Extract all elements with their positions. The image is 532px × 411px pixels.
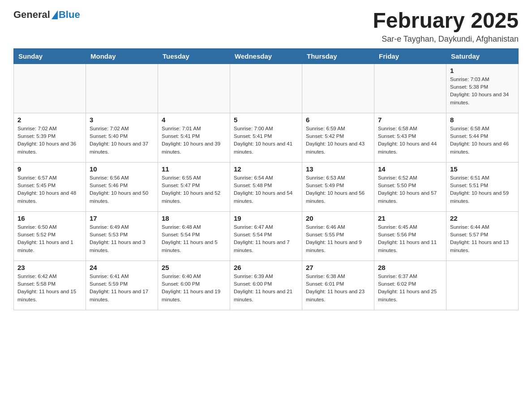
logo-general-text: General [13, 9, 50, 21]
calendar-cell: 23Sunrise: 6:42 AMSunset: 5:58 PMDayligh… [14, 261, 86, 310]
calendar-cell [158, 64, 230, 113]
column-header-tuesday: Tuesday [158, 48, 230, 64]
day-info: Sunrise: 6:58 AMSunset: 5:44 PMDaylight:… [450, 125, 515, 156]
title-block: February 2025 Sar-e Tayghan, Daykundi, A… [373, 9, 519, 44]
calendar-cell: 17Sunrise: 6:49 AMSunset: 5:53 PMDayligh… [86, 211, 158, 261]
calendar-cell: 28Sunrise: 6:37 AMSunset: 6:02 PMDayligh… [374, 261, 446, 310]
day-number: 21 [378, 214, 442, 222]
calendar-cell: 13Sunrise: 6:53 AMSunset: 5:49 PMDayligh… [302, 162, 374, 211]
day-number: 18 [162, 214, 226, 222]
calendar-cell: 15Sunrise: 6:51 AMSunset: 5:51 PMDayligh… [446, 162, 519, 211]
day-info: Sunrise: 6:45 AMSunset: 5:56 PMDaylight:… [378, 223, 442, 254]
day-info: Sunrise: 7:00 AMSunset: 5:41 PMDaylight:… [234, 125, 298, 156]
day-info: Sunrise: 6:59 AMSunset: 5:42 PMDaylight:… [306, 125, 370, 156]
day-number: 15 [450, 165, 515, 173]
calendar-cell [14, 64, 86, 113]
week-row-3: 9Sunrise: 6:57 AMSunset: 5:45 PMDaylight… [14, 162, 519, 211]
day-number: 4 [162, 116, 226, 124]
day-number: 25 [162, 264, 226, 271]
calendar-cell: 6Sunrise: 6:59 AMSunset: 5:42 PMDaylight… [302, 113, 374, 162]
column-header-friday: Friday [374, 48, 446, 64]
day-number: 17 [90, 214, 154, 222]
day-info: Sunrise: 7:03 AMSunset: 5:38 PMDaylight:… [450, 76, 515, 107]
day-info: Sunrise: 6:57 AMSunset: 5:45 PMDaylight:… [17, 174, 82, 205]
calendar-cell: 25Sunrise: 6:40 AMSunset: 6:00 PMDayligh… [158, 261, 230, 310]
day-number: 20 [306, 214, 370, 222]
calendar-cell [374, 64, 446, 113]
day-number: 16 [17, 214, 82, 222]
day-info: Sunrise: 6:41 AMSunset: 5:59 PMDaylight:… [90, 273, 154, 304]
day-info: Sunrise: 6:37 AMSunset: 6:02 PMDaylight:… [378, 273, 442, 304]
calendar-cell: 3Sunrise: 7:02 AMSunset: 5:40 PMDaylight… [86, 113, 158, 162]
day-number: 9 [17, 165, 82, 173]
calendar-cell: 27Sunrise: 6:38 AMSunset: 6:01 PMDayligh… [302, 261, 374, 310]
logo: General Blue [13, 9, 80, 21]
day-info: Sunrise: 7:01 AMSunset: 5:41 PMDaylight:… [162, 125, 226, 156]
calendar-cell: 19Sunrise: 6:47 AMSunset: 5:54 PMDayligh… [230, 211, 302, 261]
day-info: Sunrise: 6:56 AMSunset: 5:46 PMDaylight:… [90, 174, 154, 205]
logo-blue-text: Blue [59, 9, 80, 21]
day-number: 10 [90, 165, 154, 173]
day-info: Sunrise: 7:02 AMSunset: 5:40 PMDaylight:… [90, 125, 154, 156]
day-number: 19 [234, 214, 298, 222]
day-info: Sunrise: 7:02 AMSunset: 5:39 PMDaylight:… [17, 125, 82, 156]
day-number: 8 [450, 116, 515, 124]
day-info: Sunrise: 6:39 AMSunset: 6:00 PMDaylight:… [234, 273, 298, 304]
calendar-cell: 9Sunrise: 6:57 AMSunset: 5:45 PMDaylight… [14, 162, 86, 211]
day-info: Sunrise: 6:48 AMSunset: 5:54 PMDaylight:… [162, 223, 226, 254]
week-row-4: 16Sunrise: 6:50 AMSunset: 5:52 PMDayligh… [14, 211, 519, 261]
calendar-header-row: SundayMondayTuesdayWednesdayThursdayFrid… [14, 48, 519, 64]
calendar-cell: 8Sunrise: 6:58 AMSunset: 5:44 PMDaylight… [446, 113, 519, 162]
calendar-cell: 5Sunrise: 7:00 AMSunset: 5:41 PMDaylight… [230, 113, 302, 162]
calendar-cell: 4Sunrise: 7:01 AMSunset: 5:41 PMDaylight… [158, 113, 230, 162]
day-number: 13 [306, 165, 370, 173]
calendar-cell: 18Sunrise: 6:48 AMSunset: 5:54 PMDayligh… [158, 211, 230, 261]
day-info: Sunrise: 6:49 AMSunset: 5:53 PMDaylight:… [90, 223, 154, 254]
day-info: Sunrise: 6:55 AMSunset: 5:47 PMDaylight:… [162, 174, 226, 205]
day-number: 6 [306, 116, 370, 124]
calendar-cell: 22Sunrise: 6:44 AMSunset: 5:57 PMDayligh… [446, 211, 519, 261]
calendar-cell: 14Sunrise: 6:52 AMSunset: 5:50 PMDayligh… [374, 162, 446, 211]
calendar-cell [230, 64, 302, 113]
day-number: 5 [234, 116, 298, 124]
calendar-cell: 1Sunrise: 7:03 AMSunset: 5:38 PMDaylight… [446, 64, 519, 113]
week-row-1: 1Sunrise: 7:03 AMSunset: 5:38 PMDaylight… [14, 64, 519, 113]
day-number: 1 [450, 67, 515, 74]
calendar-cell: 24Sunrise: 6:41 AMSunset: 5:59 PMDayligh… [86, 261, 158, 310]
calendar-cell: 12Sunrise: 6:54 AMSunset: 5:48 PMDayligh… [230, 162, 302, 211]
calendar-cell [446, 261, 519, 310]
calendar-subtitle: Sar-e Tayghan, Daykundi, Afghanistan [373, 34, 519, 44]
calendar-cell: 26Sunrise: 6:39 AMSunset: 6:00 PMDayligh… [230, 261, 302, 310]
calendar-cell: 21Sunrise: 6:45 AMSunset: 5:56 PMDayligh… [374, 211, 446, 261]
calendar-cell [302, 64, 374, 113]
logo-triangle-icon [51, 10, 58, 19]
day-info: Sunrise: 6:40 AMSunset: 6:00 PMDaylight:… [162, 273, 226, 304]
day-number: 23 [17, 264, 82, 271]
day-info: Sunrise: 6:53 AMSunset: 5:49 PMDaylight:… [306, 174, 370, 205]
column-header-thursday: Thursday [302, 48, 374, 64]
day-info: Sunrise: 6:58 AMSunset: 5:43 PMDaylight:… [378, 125, 442, 156]
day-number: 24 [90, 264, 154, 271]
day-info: Sunrise: 6:51 AMSunset: 5:51 PMDaylight:… [450, 174, 515, 205]
calendar-cell: 7Sunrise: 6:58 AMSunset: 5:43 PMDaylight… [374, 113, 446, 162]
day-number: 2 [17, 116, 82, 124]
day-number: 28 [378, 264, 442, 271]
day-info: Sunrise: 6:52 AMSunset: 5:50 PMDaylight:… [378, 174, 442, 205]
column-header-wednesday: Wednesday [230, 48, 302, 64]
day-number: 7 [378, 116, 442, 124]
calendar-cell: 20Sunrise: 6:46 AMSunset: 5:55 PMDayligh… [302, 211, 374, 261]
day-number: 11 [162, 165, 226, 173]
day-number: 14 [378, 165, 442, 173]
page-header: General Blue February 2025 Sar-e Tayghan… [13, 9, 519, 44]
column-header-monday: Monday [86, 48, 158, 64]
calendar-cell: 2Sunrise: 7:02 AMSunset: 5:39 PMDaylight… [14, 113, 86, 162]
day-number: 3 [90, 116, 154, 124]
day-info: Sunrise: 6:44 AMSunset: 5:57 PMDaylight:… [450, 223, 515, 254]
day-number: 26 [234, 264, 298, 271]
day-number: 12 [234, 165, 298, 173]
calendar-cell [86, 64, 158, 113]
day-info: Sunrise: 6:50 AMSunset: 5:52 PMDaylight:… [17, 223, 82, 254]
column-header-sunday: Sunday [14, 48, 86, 64]
calendar-cell: 11Sunrise: 6:55 AMSunset: 5:47 PMDayligh… [158, 162, 230, 211]
day-info: Sunrise: 6:54 AMSunset: 5:48 PMDaylight:… [234, 174, 298, 205]
